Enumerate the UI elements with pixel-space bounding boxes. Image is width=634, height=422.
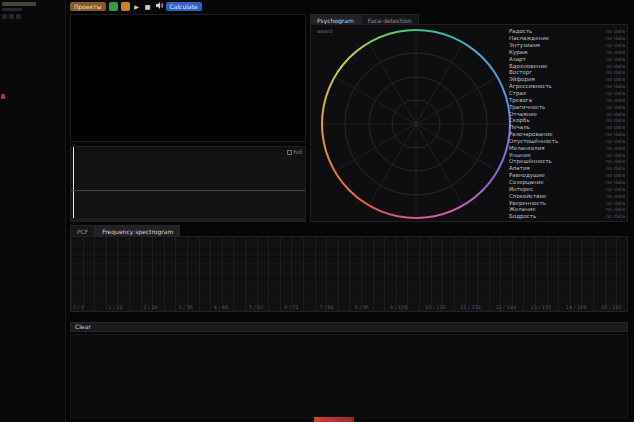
emotion-label: Разочарование bbox=[509, 131, 553, 137]
emotion-value: no data bbox=[606, 56, 625, 62]
emotion-row: Азартno data bbox=[509, 55, 625, 62]
axis-tick: 8 / 96 bbox=[355, 304, 369, 310]
status-indicator bbox=[314, 417, 354, 422]
time-axis: 0 / 01 / 122 / 243 / 364 / 485 / 606 / 7… bbox=[71, 303, 627, 310]
emotion-label: Меланхолия bbox=[509, 145, 545, 151]
emotion-label: Азарт bbox=[509, 56, 526, 62]
results-panel bbox=[70, 334, 628, 418]
emotion-value: no data bbox=[606, 158, 625, 164]
emotion-row: Агрессивностьno data bbox=[509, 83, 625, 90]
emotion-label: Скорбь bbox=[509, 117, 530, 123]
axis-tick: 5 / 60 bbox=[249, 304, 263, 310]
emotion-value: no data bbox=[606, 42, 625, 48]
axis-tick: 15 / 180 bbox=[601, 304, 622, 310]
emotion-row: Интересno data bbox=[509, 185, 625, 192]
emotion-label: Наслаждение bbox=[509, 35, 549, 41]
emotion-label: Уверенность bbox=[509, 200, 546, 206]
sidebar-item[interactable] bbox=[2, 2, 36, 6]
axis-tick: 4 / 48 bbox=[214, 304, 228, 310]
emotion-label: Желание bbox=[509, 206, 536, 212]
play-icon[interactable]: ▶ bbox=[133, 2, 141, 11]
emotion-value: no data bbox=[606, 83, 625, 89]
emotion-row: Вдохновениеno data bbox=[509, 62, 625, 69]
emotion-value: no data bbox=[606, 186, 625, 192]
emotion-row: Эйфорияno data bbox=[509, 76, 625, 83]
emotion-label: Опустошённость bbox=[509, 138, 558, 144]
emotion-label: Вдохновение bbox=[509, 63, 547, 69]
video-preview bbox=[70, 14, 306, 142]
emotion-value: no data bbox=[606, 111, 625, 117]
waveform-scrollbar[interactable] bbox=[71, 218, 305, 221]
emotion-value: no data bbox=[606, 206, 625, 212]
pause-record-button[interactable] bbox=[121, 2, 130, 11]
axis-tick: 11 / 132 bbox=[460, 304, 481, 310]
sidebar-icon[interactable] bbox=[2, 14, 7, 19]
clear-button[interactable]: Clear bbox=[70, 322, 628, 332]
psychogram-panel: award Радостьno dataНаслаждениеno dataЭн… bbox=[310, 24, 628, 222]
emotion-row: Энтузиазмno data bbox=[509, 42, 625, 49]
emotion-value: no data bbox=[606, 63, 625, 69]
emotion-value: no data bbox=[606, 152, 625, 158]
emotion-row: Созерцаниеno data bbox=[509, 179, 625, 186]
axis-tick: 9 / 108 bbox=[390, 304, 408, 310]
emotion-row: Куражno data bbox=[509, 49, 625, 56]
full-checkbox[interactable] bbox=[287, 150, 292, 155]
emotion-row: Равнодушиеno data bbox=[509, 172, 625, 179]
emotion-label: Апатия bbox=[509, 165, 530, 171]
speaker-icon[interactable] bbox=[155, 1, 163, 12]
emotion-value: no data bbox=[606, 124, 625, 130]
emotion-label: Трагичность bbox=[509, 104, 545, 110]
emotion-value: no data bbox=[606, 90, 625, 96]
emotion-list: Радостьno dataНаслаждениеno dataЭнтузиаз… bbox=[509, 28, 625, 220]
axis-tick: 14 / 168 bbox=[566, 304, 587, 310]
axis-tick: 10 / 120 bbox=[425, 304, 446, 310]
sidebar-icon[interactable] bbox=[9, 14, 14, 19]
emotion-label: Спокойствие bbox=[509, 193, 547, 199]
axis-tick: 13 / 156 bbox=[531, 304, 552, 310]
playhead[interactable] bbox=[73, 147, 74, 221]
emotion-label: Равнодушие bbox=[509, 172, 545, 178]
emotion-label: Бодрость bbox=[509, 213, 536, 219]
sidebar-icon[interactable] bbox=[16, 14, 21, 19]
emotion-value: no data bbox=[606, 193, 625, 199]
app-window: Проекты ▶ ■ Calculate full Psychogram Fa… bbox=[0, 0, 634, 422]
emotion-row: Радостьno data bbox=[509, 28, 625, 35]
emotion-row: Печальno data bbox=[509, 124, 625, 131]
emotion-label: Печаль bbox=[509, 124, 530, 130]
start-record-button[interactable] bbox=[109, 2, 118, 11]
emotion-value: no data bbox=[606, 165, 625, 171]
emotion-row: Желаниеno data bbox=[509, 206, 625, 213]
toolbar: Проекты ▶ ■ Calculate bbox=[70, 2, 202, 11]
emotion-value: no data bbox=[606, 172, 625, 178]
stop-icon[interactable]: ■ bbox=[144, 2, 152, 11]
emotion-label: Тревога bbox=[509, 97, 532, 103]
emotion-row: Наслаждениеno data bbox=[509, 35, 625, 42]
emotion-row: Разочарованиеno data bbox=[509, 131, 625, 138]
projects-button[interactable]: Проекты bbox=[70, 2, 106, 11]
frequency-spectrogram[interactable]: 0 / 01 / 122 / 243 / 364 / 485 / 606 / 7… bbox=[70, 236, 628, 312]
calculate-button[interactable]: Calculate bbox=[166, 2, 202, 11]
emotion-row: Трагичностьno data bbox=[509, 103, 625, 110]
emotion-value: no data bbox=[606, 213, 625, 219]
audio-waveform-panel[interactable]: full bbox=[70, 146, 306, 222]
emotion-row: Бодростьno data bbox=[509, 213, 625, 220]
record-indicator bbox=[1, 94, 5, 99]
axis-tick: 7 / 84 bbox=[319, 304, 333, 310]
emotion-value: no data bbox=[606, 145, 625, 151]
emotion-value: no data bbox=[606, 97, 625, 103]
emotion-row: Меланхолияno data bbox=[509, 144, 625, 151]
emotion-label: Уныние bbox=[509, 152, 531, 158]
emotion-value: no data bbox=[606, 76, 625, 82]
axis-tick: 1 / 12 bbox=[108, 304, 122, 310]
axis-tick: 12 / 144 bbox=[495, 304, 516, 310]
sidebar-item[interactable] bbox=[2, 8, 22, 11]
emotion-label: Агрессивность bbox=[509, 83, 552, 89]
emotion-value: no data bbox=[606, 138, 625, 144]
emotion-label: Созерцание bbox=[509, 179, 544, 185]
emotion-value: no data bbox=[606, 49, 625, 55]
emotion-value: no data bbox=[606, 179, 625, 185]
emotion-label: Восторг bbox=[509, 69, 532, 75]
emotion-value: no data bbox=[606, 104, 625, 110]
emotion-row: Уныниеno data bbox=[509, 151, 625, 158]
full-checkbox-label: full bbox=[294, 149, 302, 155]
